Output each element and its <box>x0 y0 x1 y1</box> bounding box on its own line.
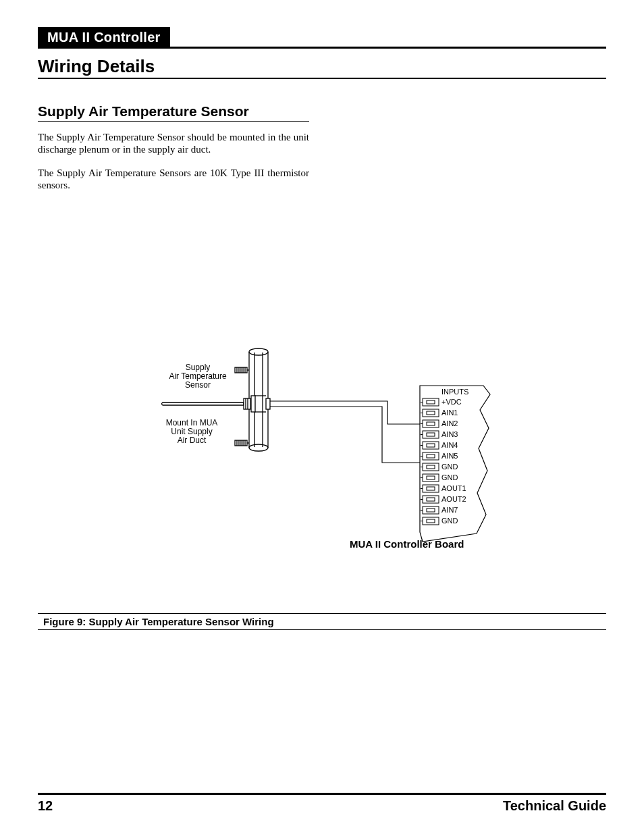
section-title: Wiring Details <box>38 56 606 77</box>
terminal-label: GND <box>441 517 458 525</box>
footer-doc-title: Technical Guide <box>503 798 606 814</box>
svg-rect-61 <box>427 519 435 523</box>
body-paragraph-1: The Supply Air Temperature Sensor should… <box>38 131 309 156</box>
sensor-label-l1: Supply <box>186 363 211 372</box>
subsection-title: Supply Air Temperature Sensor <box>38 103 606 121</box>
svg-rect-43 <box>427 454 435 458</box>
mount-label-l3: Air Duct <box>178 436 207 445</box>
subsection-underline <box>38 121 309 122</box>
terminal-label: AIN2 <box>441 419 458 427</box>
svg-point-3 <box>249 444 268 451</box>
figure-caption: Figure 9: Supply Air Temperature Sensor … <box>38 613 606 630</box>
wiring-diagram: INPUTS Supply Air Temperature Sensor Mou… <box>105 319 539 548</box>
terminal-label: AIN3 <box>441 430 458 438</box>
svg-rect-40 <box>427 444 435 447</box>
sensor-label-l2: Air Temperature <box>169 371 226 381</box>
svg-rect-49 <box>427 476 435 479</box>
terminal-label: AOUT1 <box>441 484 466 492</box>
svg-rect-46 <box>427 465 435 469</box>
svg-rect-31 <box>427 411 435 415</box>
board-caption: MUA II Controller Board <box>350 538 464 550</box>
section-underline <box>38 78 606 79</box>
svg-rect-28 <box>427 400 435 404</box>
svg-rect-23 <box>251 396 255 412</box>
terminal-label: GND <box>441 473 458 481</box>
svg-rect-26 <box>266 398 270 409</box>
mount-label-l2: Unit Supply <box>171 427 212 436</box>
svg-rect-52 <box>427 487 435 490</box>
svg-rect-58 <box>427 509 435 512</box>
footer-rule <box>38 793 606 795</box>
svg-rect-34 <box>427 422 435 425</box>
terminal-label: GND <box>441 463 458 471</box>
svg-point-0 <box>249 348 268 355</box>
terminal-label: AOUT2 <box>441 495 466 503</box>
mount-label-l1: Mount In MUA <box>166 418 218 427</box>
terminal-label: +VDC <box>441 398 462 406</box>
inputs-header: INPUTS <box>441 388 468 396</box>
body-paragraph-2: The Supply Air Temperature Sensors are 1… <box>38 167 309 192</box>
svg-rect-20 <box>244 398 250 409</box>
terminal-label: AIN1 <box>441 409 458 417</box>
terminal-label: AIN4 <box>441 441 458 449</box>
svg-rect-37 <box>427 433 435 436</box>
header-tag: MUA II Controller <box>38 27 170 49</box>
svg-rect-55 <box>427 498 435 501</box>
terminal-label: AIN7 <box>441 506 458 514</box>
terminal-label: AIN5 <box>441 452 458 460</box>
page-number: 12 <box>38 798 53 814</box>
sensor-label-l3: Sensor <box>185 380 211 390</box>
